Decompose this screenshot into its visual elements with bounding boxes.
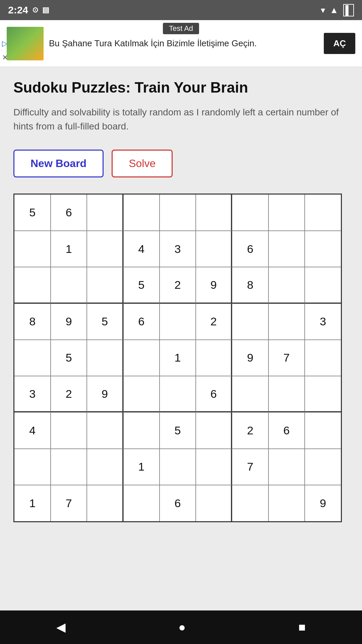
sudoku-cell[interactable]: 3 [14,376,51,412]
sudoku-cell[interactable]: 2 [160,267,196,303]
sudoku-cell[interactable]: 5 [51,340,87,376]
sudoku-cell[interactable] [232,485,268,521]
sudoku-cell[interactable]: 6 [232,231,268,267]
sudoku-cell[interactable]: 5 [123,267,160,303]
sudoku-cell[interactable] [160,376,196,412]
sudoku-cell[interactable] [14,449,51,485]
sudoku-cell[interactable] [268,304,305,340]
sudoku-cell[interactable]: 6 [196,376,232,412]
sudoku-cell[interactable]: 5 [87,304,123,340]
sudoku-cell[interactable] [123,412,160,448]
sudoku-cell[interactable]: 1 [160,340,196,376]
sudoku-cell[interactable] [87,340,123,376]
sudoku-cell[interactable]: 1 [123,449,160,485]
home-button[interactable]: ● [162,615,202,640]
page-title: Sudoku Puzzles: Train Your Brain [13,79,349,96]
sudoku-grid: 5614365298895623519732964526171769 [13,194,342,522]
sudoku-cell[interactable] [123,376,160,412]
sudoku-cell[interactable] [123,485,160,521]
sudoku-cell[interactable] [268,485,305,521]
sudoku-cell[interactable] [305,231,341,267]
sudoku-cell[interactable] [196,412,232,448]
sudoku-cell[interactable] [87,231,123,267]
ad-banner: Test Ad ▷ ✕ Bu Şahane Tura Katılmak İçin… [0,20,362,67]
battery-icon: ▌ [343,4,354,16]
new-board-button[interactable]: New Board [13,150,104,177]
sudoku-cell[interactable] [268,376,305,412]
sudoku-cell[interactable]: 7 [51,485,87,521]
sudoku-cell[interactable] [14,267,51,303]
sudoku-cell[interactable] [305,340,341,376]
sudoku-cell[interactable] [123,340,160,376]
sudoku-cell[interactable] [196,449,232,485]
sudoku-cell[interactable]: 5 [160,412,196,448]
main-content: Sudoku Puzzles: Train Your Brain Difficu… [0,67,362,610]
sudoku-cell[interactable] [305,267,341,303]
sudoku-cell[interactable] [14,231,51,267]
sudoku-cell[interactable]: 9 [305,485,341,521]
sudoku-cell[interactable]: 7 [268,340,305,376]
ad-cta-button[interactable]: AÇ [324,33,355,54]
sudoku-cell[interactable] [232,304,268,340]
sudoku-cell[interactable] [305,412,341,448]
ad-image [7,27,44,60]
sudoku-cell[interactable] [232,195,268,231]
sudoku-cell[interactable]: 4 [14,412,51,448]
sudoku-cell[interactable] [268,231,305,267]
sudoku-cell[interactable] [305,195,341,231]
sudoku-cell[interactable]: 8 [232,267,268,303]
sudoku-cell[interactable] [87,267,123,303]
sudoku-cell[interactable]: 6 [51,195,87,231]
sim-card-icon: ▤ [42,6,49,14]
wifi-icon: ▾ [321,5,325,15]
sudoku-cell[interactable] [123,195,160,231]
sudoku-cell[interactable]: 8 [14,304,51,340]
sudoku-cell[interactable]: 2 [196,304,232,340]
sudoku-cell[interactable] [196,231,232,267]
sudoku-cell[interactable] [305,376,341,412]
notification-circle-icon: ⊙ [32,6,38,14]
sudoku-cell[interactable] [196,485,232,521]
sudoku-cell[interactable] [87,485,123,521]
sudoku-cell[interactable]: 6 [160,485,196,521]
sudoku-cell[interactable] [51,267,87,303]
sudoku-cell[interactable] [232,376,268,412]
page-description: Difficulty and solvability is totally ra… [13,105,349,133]
ad-label: Test Ad [163,23,199,34]
sudoku-cell[interactable] [87,449,123,485]
sudoku-cell[interactable]: 3 [160,231,196,267]
sudoku-cell[interactable] [268,267,305,303]
sudoku-cell[interactable] [160,449,196,485]
sudoku-cell[interactable] [196,340,232,376]
sudoku-cell[interactable] [268,449,305,485]
sudoku-cell[interactable]: 9 [196,267,232,303]
sudoku-cell[interactable]: 5 [14,195,51,231]
recent-button[interactable]: ■ [282,615,322,640]
sudoku-cell[interactable] [14,340,51,376]
sudoku-cell[interactable] [87,412,123,448]
sudoku-cell[interactable] [51,412,87,448]
sudoku-cell[interactable] [160,304,196,340]
status-bar: 2:24 ⊙ ▤ ▾ ▲ ▌ [0,0,362,20]
sudoku-cell[interactable]: 7 [232,449,268,485]
sudoku-cell[interactable]: 2 [232,412,268,448]
sudoku-cell[interactable]: 3 [305,304,341,340]
sudoku-cell[interactable]: 6 [123,304,160,340]
sudoku-cell[interactable]: 9 [232,340,268,376]
solve-button[interactable]: Solve [112,150,173,177]
sudoku-cell[interactable] [268,195,305,231]
sudoku-cell[interactable] [196,195,232,231]
sudoku-cell[interactable] [87,195,123,231]
sudoku-cell[interactable] [305,449,341,485]
sudoku-cell[interactable]: 2 [51,376,87,412]
sudoku-cell[interactable]: 6 [268,412,305,448]
sudoku-cell[interactable]: 4 [123,231,160,267]
sudoku-cell[interactable] [51,449,87,485]
sudoku-cell[interactable]: 1 [14,485,51,521]
sudoku-cell[interactable]: 1 [51,231,87,267]
back-button[interactable]: ◀ [40,615,82,640]
signal-icon: ▲ [330,5,339,15]
sudoku-cell[interactable]: 9 [87,376,123,412]
sudoku-cell[interactable]: 9 [51,304,87,340]
sudoku-cell[interactable] [160,195,196,231]
